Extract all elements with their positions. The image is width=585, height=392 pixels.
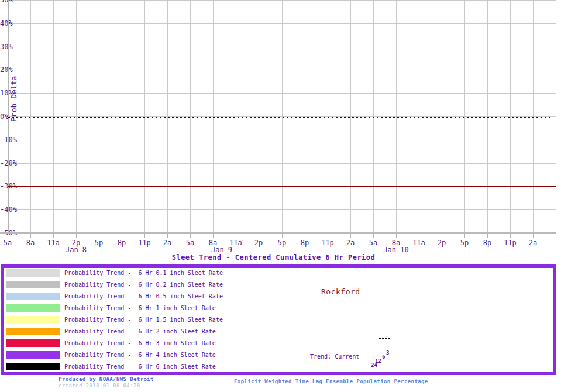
x-axis-tick: [259, 234, 259, 238]
gridline-vertical: [396, 0, 397, 232]
x-tick-label: 2p: [429, 239, 455, 246]
gridline-vertical: [373, 0, 374, 232]
y-tick-label: 40%: [0, 20, 13, 27]
sleet-trend-chart-page: 50%40%30%20%10%0%-10%-20%-30%-40%-50%5a8…: [0, 0, 585, 392]
x-tick-label: 5a: [177, 239, 203, 246]
gridline-vertical: [53, 0, 54, 232]
legend-swatch: [6, 339, 60, 347]
current-trend-line: [8, 117, 550, 118]
x-tick-label: 11a: [40, 239, 66, 246]
gridline-vertical: [144, 0, 145, 232]
gridline-vertical: [533, 0, 534, 232]
x-axis-tick: [328, 234, 328, 238]
trend-hour-label: 6: [382, 355, 385, 360]
gridline-vertical: [487, 0, 488, 232]
gridline-vertical: [30, 0, 31, 232]
x-axis-tick: [373, 234, 374, 238]
y-axis-line: [8, 0, 9, 232]
x-tick-label: 2a: [520, 239, 546, 246]
trend-hour-label: 3: [386, 350, 389, 356]
gridline-vertical: [305, 0, 305, 232]
date-label: Jan 9: [204, 246, 239, 253]
x-axis-tick: [350, 234, 351, 238]
footer-description: Explicit Weighted Time Lag Ensemble Popu…: [234, 379, 428, 384]
legend-item-label: Probability Trend - 6 Hr 1 inch Sleet Ra…: [64, 304, 216, 312]
plot-area: 50%40%30%20%10%0%-10%-20%-30%-40%-50%5a8…: [0, 0, 585, 252]
trend-current-label: Trend: Current -: [310, 353, 366, 360]
gridline-vertical: [510, 0, 511, 232]
x-tick-label: 2p: [246, 239, 271, 246]
x-axis-tick: [190, 234, 191, 238]
legend-swatch: [6, 363, 60, 370]
x-axis-tick: [442, 234, 442, 238]
x-tick-label: 5a: [360, 239, 386, 246]
gridline-vertical: [350, 0, 351, 232]
legend-item-label: Probability Trend - 6 Hr 1.5 inch Sleet …: [64, 316, 223, 324]
y-axis-label: Prob Delta: [9, 76, 18, 122]
x-axis-line: [0, 232, 556, 234]
x-axis-tick: [533, 234, 534, 238]
dashed-line-sample-icon: [379, 338, 390, 339]
x-axis-tick: [213, 234, 214, 238]
x-axis-tick: [419, 234, 419, 238]
x-axis-tick: [76, 234, 77, 238]
x-axis-tick: [144, 234, 145, 238]
x-tick-label: 8p: [474, 239, 500, 246]
x-axis-tick: [464, 234, 465, 238]
gridline-vertical: [167, 0, 168, 232]
x-axis-tick: [53, 234, 54, 238]
threshold-line: [8, 186, 556, 187]
gridline-vertical: [76, 0, 77, 232]
x-axis-tick: [236, 234, 236, 238]
gridline-vertical: [556, 0, 556, 232]
legend-item-label: Probability Trend - 6 Hr 0.1 inch Sleet …: [64, 269, 223, 277]
legend-swatch: [6, 328, 60, 335]
x-tick-label: 11p: [132, 239, 157, 246]
gridline-vertical: [122, 0, 122, 232]
x-axis-tick: [30, 234, 31, 238]
x-axis-tick: [487, 234, 488, 238]
gridline-vertical: [236, 0, 236, 232]
x-axis-tick: [556, 234, 556, 238]
x-tick-label: 5p: [86, 239, 112, 246]
gridline-vertical: [464, 0, 465, 232]
gridline-vertical: [419, 0, 419, 232]
x-axis-tick: [305, 234, 305, 238]
location-label: Rockford: [321, 287, 360, 296]
footer-produced-by: Produced by NOAA/NWS Detroit: [58, 376, 154, 382]
date-label: Jan 10: [378, 246, 414, 253]
legend-item-label: Probability Trend - 6 Hr 2 inch Sleet Ra…: [64, 328, 216, 335]
x-axis-tick: [282, 234, 283, 238]
x-tick-label: 5p: [452, 239, 477, 246]
trend-hour-label: 24: [371, 363, 377, 368]
x-tick-label: 2a: [338, 239, 363, 246]
date-label: Jan 8: [58, 246, 94, 253]
x-tick-label: 11p: [315, 239, 340, 246]
x-tick-label: 11a: [406, 239, 432, 246]
legend-item-label: Probability Trend - 6 Hr 4 inch Sleet Ra…: [64, 351, 216, 359]
footer-created-timestamp: created 2018-01-08 04:28: [58, 383, 140, 388]
y-tick-label: 50%: [0, 0, 13, 4]
x-axis-tick: [122, 234, 122, 238]
y-tick-label: 20%: [0, 66, 13, 73]
legend-item-label: Probability Trend - 6 Hr 0.5 inch Sleet …: [64, 293, 223, 300]
legend-swatch: [6, 316, 60, 324]
threshold-line: [8, 47, 556, 47]
legend-swatch: [6, 293, 60, 300]
legend-swatch: [6, 304, 60, 312]
x-tick-label: 8a: [18, 239, 43, 246]
legend-swatch: [6, 281, 60, 288]
x-tick-label: 5p: [269, 239, 295, 246]
gridline-vertical: [259, 0, 259, 232]
gridline-vertical: [328, 0, 328, 232]
x-axis-tick: [8, 234, 8, 238]
gridline-vertical: [213, 0, 214, 232]
legend-item-label: Probability Trend - 6 Hr 0.2 inch Sleet …: [64, 281, 223, 288]
legend-swatch: [6, 351, 60, 359]
x-tick-label: 2a: [154, 239, 180, 246]
x-tick-label: 8p: [292, 239, 318, 246]
gridline-vertical: [282, 0, 283, 232]
x-tick-label: 8p: [109, 239, 135, 246]
gridline-vertical: [190, 0, 191, 232]
chart-title: Sleet Trend - Centered Cumulative 6 Hr P…: [0, 253, 547, 262]
